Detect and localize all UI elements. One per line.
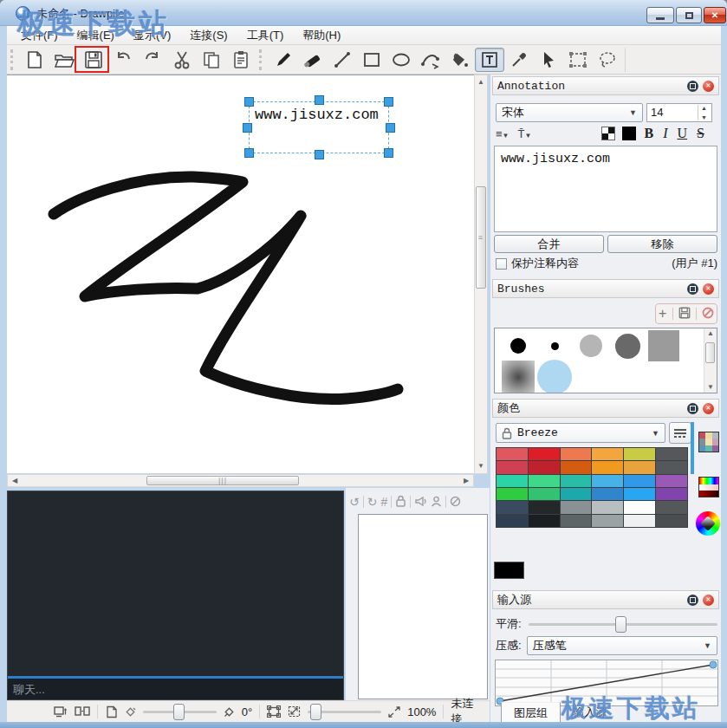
save-button[interactable] bbox=[79, 48, 108, 72]
smoothing-slider[interactable] bbox=[529, 623, 717, 626]
fit-view-icon[interactable] bbox=[288, 705, 301, 718]
palette-color[interactable] bbox=[624, 461, 655, 473]
announce-icon[interactable] bbox=[414, 496, 427, 509]
palette-color[interactable] bbox=[592, 461, 623, 473]
pen-tool-button[interactable] bbox=[269, 48, 298, 72]
menu-help[interactable]: 帮助(H) bbox=[294, 26, 349, 45]
palette-color[interactable] bbox=[656, 448, 687, 460]
text-color-swatch[interactable] bbox=[622, 127, 636, 140]
menu-edit[interactable]: 编辑(E) bbox=[68, 26, 123, 45]
maximize-button[interactable] bbox=[676, 7, 702, 23]
flip-canvas-icon[interactable] bbox=[105, 705, 118, 718]
selection-handle-e[interactable] bbox=[386, 123, 395, 133]
valign-menu-icon[interactable]: T̄▼ bbox=[518, 127, 532, 140]
brush-preset[interactable] bbox=[500, 361, 536, 393]
remove-button[interactable]: 移除 bbox=[607, 235, 717, 253]
foreground-color-swatch[interactable] bbox=[494, 562, 524, 579]
annotation-pointer-button[interactable] bbox=[534, 48, 563, 72]
palette-color[interactable] bbox=[592, 515, 623, 527]
zoom-expand-icon[interactable] bbox=[388, 706, 400, 718]
palette-color[interactable] bbox=[624, 448, 655, 460]
smoothing-slider-handle[interactable] bbox=[615, 616, 626, 633]
palette-color[interactable] bbox=[497, 501, 528, 513]
palette-color[interactable] bbox=[592, 475, 623, 487]
session-view-icon[interactable] bbox=[54, 705, 68, 718]
palette-color[interactable] bbox=[656, 461, 687, 473]
scroll-right-icon[interactable]: ▶ bbox=[463, 478, 470, 484]
vertical-scrollbar[interactable]: ▲ ≡ ▼ bbox=[474, 75, 488, 474]
toolbar-drag-handle[interactable] bbox=[259, 49, 264, 70]
palette-color[interactable] bbox=[624, 501, 655, 513]
rotate-canvas-icon[interactable] bbox=[125, 706, 136, 718]
tab-input[interactable]: 输入源 bbox=[561, 702, 619, 724]
palette-color[interactable] bbox=[624, 475, 655, 487]
session-undo-icon[interactable]: ↺ bbox=[349, 496, 360, 508]
bold-button[interactable]: B bbox=[645, 126, 654, 141]
fill-tool-button[interactable] bbox=[445, 48, 475, 72]
grid-icon[interactable]: # bbox=[380, 496, 387, 508]
open-file-button[interactable] bbox=[49, 48, 79, 72]
menu-session[interactable]: 连接(S) bbox=[181, 26, 236, 45]
palette-color[interactable] bbox=[529, 448, 560, 460]
palette-color[interactable] bbox=[497, 475, 528, 487]
brush-preset[interactable] bbox=[609, 330, 646, 361]
scroll-thumb[interactable] bbox=[705, 342, 715, 363]
redo-button[interactable] bbox=[138, 48, 167, 72]
menu-view[interactable]: 显示(V) bbox=[125, 26, 179, 45]
brush-list-scrollbar[interactable]: ▲ ▼ bbox=[704, 328, 717, 393]
palette-select[interactable]: Breeze ▼ bbox=[496, 423, 665, 443]
palette-color[interactable] bbox=[529, 488, 560, 500]
selection-handle-ne[interactable] bbox=[384, 97, 393, 107]
horizontal-scroll-thumb[interactable]: ||| bbox=[146, 476, 299, 485]
palette-color[interactable] bbox=[561, 515, 592, 527]
float-panel-icon[interactable] bbox=[687, 595, 698, 606]
scroll-down-icon[interactable]: ▼ bbox=[704, 384, 717, 391]
user-icon[interactable] bbox=[431, 496, 442, 509]
pressure-select[interactable]: 压感笔 ▼ bbox=[527, 636, 717, 655]
rect-select-tool-button[interactable] bbox=[563, 48, 593, 72]
horizontal-scrollbar[interactable]: ◀ ||| ▶ bbox=[7, 474, 474, 487]
title-bar[interactable]: 未命名 - Drawpile ✕ bbox=[0, 0, 727, 26]
zoom-slider[interactable] bbox=[308, 711, 381, 713]
palette-color[interactable] bbox=[656, 515, 687, 527]
palette-color[interactable] bbox=[656, 475, 687, 487]
text-tool-button[interactable] bbox=[475, 48, 504, 72]
align-menu-icon[interactable]: ≡▼ bbox=[496, 127, 510, 140]
selection-handle-n[interactable] bbox=[315, 95, 324, 105]
delete-brush-icon[interactable] bbox=[702, 307, 714, 322]
palette-color[interactable] bbox=[624, 515, 655, 527]
rotation-slider[interactable] bbox=[143, 711, 217, 713]
merge-button[interactable]: 合并 bbox=[494, 235, 604, 253]
palette-tab-icon[interactable] bbox=[698, 432, 719, 452]
annotation-text-editor[interactable]: www.jisuxz.com bbox=[494, 146, 717, 232]
palette-menu-button[interactable] bbox=[669, 422, 691, 444]
color-wheel-tab-icon[interactable] bbox=[696, 511, 720, 536]
float-panel-icon[interactable] bbox=[687, 283, 698, 295]
ban-icon[interactable] bbox=[450, 496, 461, 509]
underline-button[interactable]: U bbox=[678, 126, 688, 141]
brush-preset[interactable] bbox=[573, 330, 609, 361]
minimize-button[interactable] bbox=[646, 7, 674, 23]
scroll-down-icon[interactable]: ▼ bbox=[475, 463, 487, 470]
brush-preset[interactable] bbox=[536, 361, 573, 393]
brush-preset[interactable] bbox=[646, 330, 682, 361]
palette-color[interactable] bbox=[529, 501, 560, 513]
palette-color[interactable] bbox=[497, 448, 528, 460]
curve-tool-button[interactable] bbox=[416, 48, 445, 72]
session-user-list[interactable] bbox=[358, 514, 488, 699]
color-sliders-tab-icon[interactable] bbox=[698, 477, 719, 497]
close-panel-icon[interactable]: ✕ bbox=[703, 403, 714, 414]
float-panel-icon[interactable] bbox=[687, 81, 698, 92]
new-file-button[interactable] bbox=[20, 48, 49, 72]
strikethrough-button[interactable]: S bbox=[697, 126, 704, 141]
lock-icon[interactable] bbox=[395, 495, 406, 509]
italic-button[interactable]: I bbox=[663, 126, 667, 141]
scroll-left-icon[interactable]: ◀ bbox=[11, 478, 18, 484]
mirror-view-icon[interactable] bbox=[75, 705, 90, 718]
palette-color[interactable] bbox=[529, 475, 560, 487]
brush-preset-list[interactable] bbox=[494, 328, 717, 393]
reset-rotation-icon[interactable] bbox=[224, 706, 235, 718]
menu-file[interactable]: 文件(F) bbox=[12, 26, 67, 45]
palette-color[interactable] bbox=[561, 448, 592, 460]
selection-handle-sw[interactable] bbox=[244, 148, 254, 158]
